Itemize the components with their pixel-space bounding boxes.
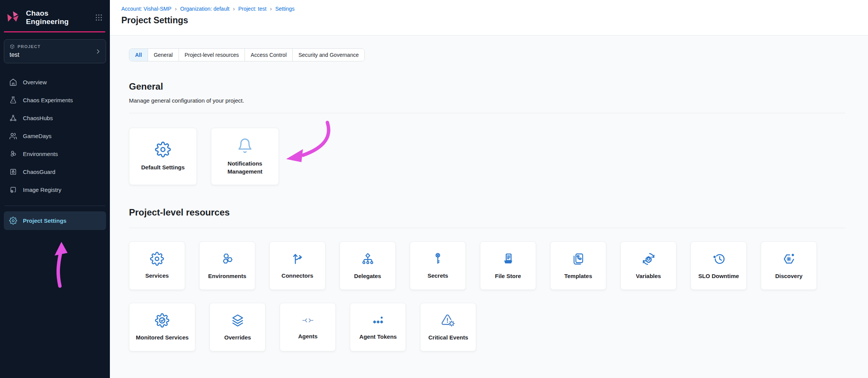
card-label: Monitored Services: [136, 333, 188, 341]
card-label: Connectors: [282, 272, 313, 280]
alert-gear-icon: [441, 313, 456, 328]
project-label-row: PROJECT: [10, 44, 100, 49]
sidebar-item-gamedays[interactable]: GameDays: [0, 127, 110, 145]
sidebar-item-chaos-experiments[interactable]: Chaos Experiments: [0, 91, 110, 109]
sidebar-header: Chaos Engineering: [0, 0, 110, 26]
breadcrumb-settings[interactable]: Settings: [275, 6, 295, 12]
card-label: Delegates: [354, 272, 381, 280]
project-name: test: [10, 51, 100, 58]
breadcrumb-account[interactable]: Account: Vishal-SMP: [121, 6, 171, 12]
main-area: Account: Vishal-SMP › Organization: defa…: [110, 0, 868, 378]
branch-arrows-icon: [290, 252, 304, 266]
cube-icon: [10, 44, 15, 49]
page-title: Project Settings: [121, 15, 857, 26]
card-label: Services: [145, 272, 169, 280]
card-label: Default Settings: [141, 163, 185, 171]
gear-icon: [9, 217, 17, 225]
project-selector[interactable]: PROJECT test: [4, 39, 106, 63]
bell-icon: [237, 138, 253, 154]
sidebar-item-label: ChaosGuard: [23, 169, 55, 175]
hierarchy-icon: [361, 252, 375, 266]
app-grid-icon[interactable]: [95, 13, 103, 22]
hexagons-icon: [9, 150, 17, 158]
card-label: Overrides: [224, 333, 251, 341]
card-discovery[interactable]: Discovery: [761, 241, 817, 290]
sidebar-item-label: Overview: [23, 79, 47, 85]
sidebar-item-chaosguard[interactable]: ChaosGuard: [0, 163, 110, 181]
breadcrumb-organization[interactable]: Organization: default: [180, 6, 229, 12]
card-critical-events[interactable]: Critical Events: [420, 303, 476, 351]
tab-security-and-governance[interactable]: Security and Governance: [293, 49, 364, 61]
layers-icon: [230, 313, 245, 328]
card-label: File Store: [495, 272, 521, 280]
card-environments[interactable]: Environments: [199, 241, 255, 290]
card-label: Variables: [636, 272, 661, 280]
sidebar-item-image-registry[interactable]: Image Registry: [0, 181, 110, 199]
card-label: Agents: [298, 332, 317, 340]
sidebar-item-label: ChaosHubs: [23, 115, 53, 121]
chevron-right-icon: [95, 48, 101, 55]
section-divider: [129, 113, 845, 113]
templates-icon: [571, 252, 586, 266]
users-icon: [9, 132, 17, 140]
app-title: Chaos Engineering: [26, 9, 90, 26]
shield-lock-icon: [9, 168, 17, 176]
card-label: Environments: [208, 272, 246, 280]
sidebar-divider: [5, 206, 105, 206]
tab-all[interactable]: All: [129, 49, 148, 61]
card-file-store[interactable]: File Store: [480, 241, 536, 290]
card-label: Critical Events: [428, 333, 468, 341]
clock-icon: [712, 252, 726, 266]
gear-refresh-icon: [641, 252, 656, 266]
breadcrumb-separator: ›: [233, 5, 235, 12]
sidebar-item-overview[interactable]: Overview: [0, 73, 110, 91]
general-section-title: General: [129, 81, 845, 92]
tab-general[interactable]: General: [148, 49, 179, 61]
breadcrumb: Account: Vishal-SMP › Organization: defa…: [121, 5, 857, 12]
content: All General Project-level resources Acce…: [110, 35, 868, 351]
network-icon: [9, 114, 17, 122]
general-section-description: Manage general configuration of your pro…: [129, 97, 845, 104]
sidebar-item-chaoshubs[interactable]: ChaosHubs: [0, 109, 110, 127]
home-icon: [9, 78, 17, 86]
card-agents[interactable]: Agents: [280, 303, 336, 351]
services-gear-icon: [150, 252, 164, 266]
project-label: PROJECT: [18, 44, 40, 49]
resources-cards-row-2: Monitored Services Overrides Agents Agen…: [129, 303, 845, 351]
sidebar-nav: Overview Chaos Experiments ChaosHubs Gam…: [0, 73, 110, 230]
card-label: Templates: [564, 272, 592, 280]
card-monitored-services[interactable]: Monitored Services: [129, 303, 195, 351]
key-icon: [431, 252, 445, 266]
card-secrets[interactable]: Secrets: [410, 241, 466, 290]
card-default-settings[interactable]: Default Settings: [129, 128, 197, 185]
chaos-engineering-logo: [5, 9, 21, 26]
flask-icon: [9, 96, 17, 104]
sidebar: Chaos Engineering PROJECT test Overview …: [0, 0, 110, 378]
tab-access-control[interactable]: Access Control: [245, 49, 293, 61]
card-variables[interactable]: Variables: [620, 241, 676, 290]
tab-project-level-resources[interactable]: Project-level resources: [179, 49, 245, 61]
card-services[interactable]: Services: [129, 241, 185, 290]
card-label: Agent Tokens: [359, 333, 397, 341]
card-delegates[interactable]: Delegates: [340, 241, 396, 290]
card-connectors[interactable]: Connectors: [269, 241, 325, 290]
card-slo-downtime[interactable]: SLO Downtime: [691, 241, 747, 290]
card-overrides[interactable]: Overrides: [209, 303, 266, 351]
sidebar-item-label: Environments: [23, 151, 58, 157]
chaos-engineering-app: Chaos Engineering PROJECT test Overview …: [0, 0, 868, 378]
general-section: General Manage general configuration of …: [129, 81, 845, 185]
gear-check-icon: [155, 313, 169, 328]
card-templates[interactable]: Templates: [550, 241, 606, 290]
card-label: Secrets: [427, 272, 448, 280]
card-notifications-management[interactable]: Notifications Management: [211, 128, 279, 185]
card-agent-tokens[interactable]: Agent Tokens: [350, 303, 406, 351]
brand-underline: [4, 31, 105, 32]
breadcrumb-separator: ›: [270, 5, 272, 12]
sidebar-item-label: Image Registry: [23, 187, 61, 193]
section-divider: [129, 228, 845, 228]
annotation-arrow-up: [48, 239, 74, 289]
code-brackets-icon: [302, 314, 314, 327]
breadcrumb-project[interactable]: Project: test: [238, 6, 266, 12]
sidebar-item-project-settings[interactable]: Project Settings: [4, 211, 106, 230]
sidebar-item-environments[interactable]: Environments: [0, 145, 110, 163]
